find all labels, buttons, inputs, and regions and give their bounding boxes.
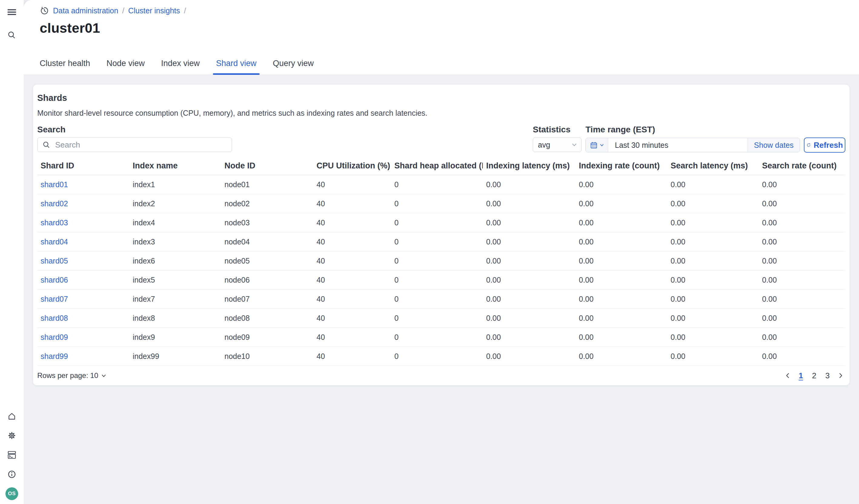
shard-link-shard03[interactable]: shard03 xyxy=(41,218,68,227)
table-cell: node01 xyxy=(221,175,313,194)
table-cell: 40 xyxy=(313,194,391,213)
shard-link-shard09[interactable]: shard09 xyxy=(41,333,68,341)
table-cell: 0.00 xyxy=(667,309,759,328)
time-range-label: Time range (EST) xyxy=(586,125,845,135)
info-button[interactable] xyxy=(0,464,24,484)
shard-link-shard05[interactable]: shard05 xyxy=(41,257,68,265)
table-cell: node07 xyxy=(221,290,313,309)
table-row: shard99index99node104000.000.000.000.00 xyxy=(37,347,845,366)
tab-node-view[interactable]: Node view xyxy=(104,59,148,75)
previous-page-button[interactable] xyxy=(783,372,793,379)
page-body: Shards Monitor shard-level resource cons… xyxy=(24,75,859,385)
table-cell: 0.00 xyxy=(575,290,667,309)
shard-link-shard08[interactable]: shard08 xyxy=(41,314,68,322)
show-dates-button[interactable]: Show dates xyxy=(748,138,800,152)
table-cell: 0.00 xyxy=(483,175,575,194)
tab-cluster-health[interactable]: Cluster health xyxy=(37,59,93,75)
settings-button[interactable] xyxy=(0,426,24,445)
table-cell: 0 xyxy=(391,328,483,347)
chevron-down-icon xyxy=(571,142,577,148)
table-cell: 40 xyxy=(313,251,391,271)
shard-link-shard02[interactable]: shard02 xyxy=(41,199,68,208)
table-row: shard07index7node074000.000.000.000.00 xyxy=(37,290,845,309)
table-cell: 0.00 xyxy=(483,309,575,328)
nav-search-button[interactable] xyxy=(0,26,24,45)
table-row: shard05index6node054000.000.000.000.00 xyxy=(37,251,845,271)
table-cell: node03 xyxy=(221,213,313,232)
menu-button[interactable] xyxy=(0,2,24,22)
rows-per-page-label: Rows per page: 10 xyxy=(37,371,98,380)
table-cell: 0 xyxy=(391,251,483,271)
tab-shard-view[interactable]: Shard view xyxy=(213,59,260,75)
page-number-list: 123 xyxy=(796,369,833,382)
tab-bar: Cluster healthNode viewIndex viewShard v… xyxy=(37,59,317,75)
page-button-3[interactable]: 3 xyxy=(822,369,833,382)
user-avatar-button[interactable]: OS xyxy=(0,484,24,503)
refresh-icon xyxy=(806,141,811,149)
home-icon xyxy=(7,411,17,421)
table-cell: 0.00 xyxy=(575,347,667,366)
table-row: shard06index5node064000.000.000.000.00 xyxy=(37,271,845,290)
next-page-button[interactable] xyxy=(836,372,845,379)
table-cell: node09 xyxy=(221,328,313,347)
search-input[interactable] xyxy=(37,138,232,152)
table-cell: 0.00 xyxy=(759,194,845,213)
tab-index-view[interactable]: Index view xyxy=(158,59,203,75)
breadcrumb: Data administration / Cluster insights / xyxy=(40,0,859,15)
table-cell: index99 xyxy=(129,347,221,366)
column-header-indexing-latency-ms: Indexing latency (ms) xyxy=(483,159,575,175)
statistics-label: Statistics xyxy=(533,125,582,135)
table-cell: node02 xyxy=(221,194,313,213)
table-row: shard08index8node084000.000.000.000.00 xyxy=(37,309,845,328)
table-cell: 0.00 xyxy=(759,251,845,271)
quick-select-button[interactable] xyxy=(586,138,608,152)
refresh-button[interactable]: Refresh xyxy=(804,138,845,153)
cell-shard-id: shard06 xyxy=(37,271,129,290)
left-nav-rail: OS xyxy=(0,0,24,504)
table-cell: 40 xyxy=(313,290,391,309)
table-cell: 0.00 xyxy=(667,251,759,271)
search-field[interactable] xyxy=(37,138,232,152)
table-cell: 0 xyxy=(391,271,483,290)
shard-link-shard07[interactable]: shard07 xyxy=(41,295,68,303)
table-cell: 0.00 xyxy=(575,175,667,194)
breadcrumb-link-data-administration[interactable]: Data administration xyxy=(53,6,118,15)
shard-link-shard01[interactable]: shard01 xyxy=(41,180,68,189)
page-button-2[interactable]: 2 xyxy=(809,369,819,382)
time-range-value[interactable]: Last 30 minutes xyxy=(608,138,748,152)
column-header-search-rate-count: Search rate (count) xyxy=(759,159,845,175)
statistics-select[interactable]: avg xyxy=(533,138,582,152)
cell-shard-id: shard03 xyxy=(37,213,129,232)
page-button-1[interactable]: 1 xyxy=(796,369,806,382)
search-label: Search xyxy=(37,125,232,135)
cell-shard-id: shard07 xyxy=(37,290,129,309)
table-cell: 0.00 xyxy=(759,232,845,251)
column-header-node-id: Node ID xyxy=(221,159,313,175)
panel-description: Monitor shard-level resource consumption… xyxy=(37,108,845,118)
cell-shard-id: shard02 xyxy=(37,194,129,213)
table-cell: 40 xyxy=(313,328,391,347)
table-cell: index7 xyxy=(129,290,221,309)
table-cell: 0 xyxy=(391,194,483,213)
dev-tools-button[interactable] xyxy=(0,445,24,464)
table-cell: 0.00 xyxy=(667,347,759,366)
shard-link-shard99[interactable]: shard99 xyxy=(41,352,68,361)
search-group: Search xyxy=(37,125,232,152)
breadcrumb-link-cluster-insights[interactable]: Cluster insights xyxy=(128,6,180,15)
table-cell: 40 xyxy=(313,213,391,232)
table-cell: 0.00 xyxy=(667,290,759,309)
shard-link-shard04[interactable]: shard04 xyxy=(41,238,68,246)
table-cell: 0.00 xyxy=(667,175,759,194)
home-button[interactable] xyxy=(0,407,24,426)
table-cell: 0.00 xyxy=(483,271,575,290)
rows-per-page-button[interactable]: Rows per page: 10 xyxy=(37,371,107,380)
shard-link-shard06[interactable]: shard06 xyxy=(41,276,68,284)
table-row: shard09index9node094000.000.000.000.00 xyxy=(37,328,845,347)
cell-shard-id: shard09 xyxy=(37,328,129,347)
tab-query-view[interactable]: Query view xyxy=(270,59,317,75)
controls-row: Search Statistics avg xyxy=(37,125,845,153)
table-cell: 0.00 xyxy=(759,328,845,347)
table-cell: 0.00 xyxy=(667,213,759,232)
column-header-cpu-utilization: CPU Utilization (%) xyxy=(313,159,391,175)
chevron-left-icon xyxy=(784,372,792,379)
